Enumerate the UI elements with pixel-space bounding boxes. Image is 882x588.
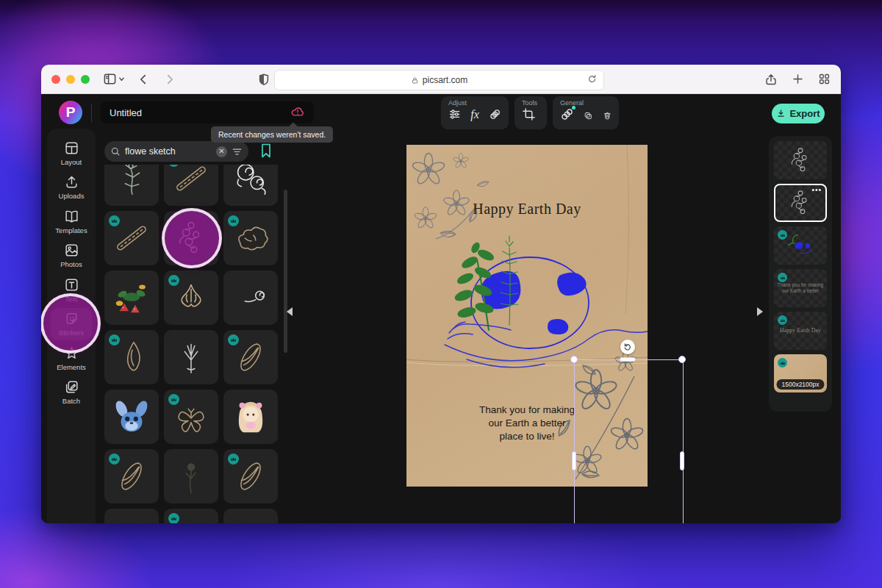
sticker-tile-fluff-20[interactable]: [223, 509, 278, 523]
browser-window: picsart.com P Untitled: [41, 65, 841, 523]
privacy-shield-icon[interactable]: [257, 73, 270, 86]
share-icon[interactable]: [764, 73, 778, 86]
opacity-icon[interactable]: [560, 107, 574, 124]
selection-handle-top-right[interactable]: [678, 356, 686, 363]
premium-crown-badge: [168, 394, 179, 405]
delete-icon[interactable]: [603, 109, 612, 123]
poster-title[interactable]: Happy Earth Day: [406, 201, 648, 218]
selection-handle-right[interactable]: [680, 451, 684, 470]
premium-crown-badge: [109, 215, 120, 226]
blend-icon[interactable]: [489, 107, 501, 121]
chevron-down-icon[interactable]: [118, 76, 125, 82]
sticker-search-bar[interactable]: flowe sketch ✕: [104, 141, 248, 162]
sidebar-item-label: Layout: [61, 158, 82, 166]
sidebar-toggle-icon[interactable]: [103, 72, 117, 86]
export-label: Export: [789, 108, 820, 119]
sticker-tile-berries-6[interactable]: [104, 270, 159, 325]
effects-icon[interactable]: fx: [470, 108, 479, 121]
picsart-logo[interactable]: P: [59, 101, 82, 124]
search-input[interactable]: flowe sketch: [125, 146, 176, 157]
layer-thumbnail-sketch-1[interactable]: •••: [774, 184, 827, 222]
sticker-tile-pod-11[interactable]: [223, 330, 278, 384]
document-title-field[interactable]: Untitled: [101, 101, 314, 123]
sticker-tile-drop-9[interactable]: [104, 330, 159, 384]
unsaved-changes-tooltip: Recent changes weren't saved.: [211, 126, 333, 143]
rotate-handle[interactable]: [620, 340, 635, 354]
sidebar-item-uploads[interactable]: Uploads: [47, 171, 96, 205]
sidebar-item-batch[interactable]: Batch: [47, 376, 96, 410]
duplicate-icon[interactable]: [584, 109, 593, 123]
bookmark-icon[interactable]: [259, 143, 273, 162]
sidebar-item-label: Batch: [62, 397, 80, 405]
text-icon: [64, 277, 79, 293]
layer-thumbnail-sketch-0[interactable]: [774, 141, 827, 179]
zoom-window-button[interactable]: [81, 75, 90, 84]
sticker-tile-stick-1[interactable]: [164, 165, 218, 206]
export-button[interactable]: Export: [772, 104, 825, 123]
layer-thumbnail-text2-3[interactable]: Thank you for makingour Earth a better: [774, 269, 827, 307]
sidebar-item-layout[interactable]: Layout: [47, 136, 96, 171]
sticker-tile-dandelion-16[interactable]: [164, 449, 218, 503]
tooltip-text: Recent changes weren't saved.: [218, 130, 326, 139]
sidebar-item-label: Elements: [57, 363, 86, 371]
selection-box[interactable]: [574, 359, 684, 523]
layer-text-preview: Thank you for makingour Earth a better: [778, 282, 824, 295]
layer-menu-button[interactable]: •••: [811, 186, 822, 194]
sticker-tile-stick-3[interactable]: [104, 211, 159, 265]
close-window-button[interactable]: [51, 75, 60, 84]
selection-handle-top-left[interactable]: [570, 356, 578, 363]
address-bar[interactable]: picsart.com: [274, 70, 604, 90]
adjust-sliders-icon[interactable]: [448, 107, 461, 121]
selection-handle-left[interactable]: [572, 451, 576, 470]
sticker-tile-branch-0[interactable]: [104, 165, 159, 206]
crop-icon[interactable]: [522, 107, 536, 121]
traffic-lights: [51, 75, 90, 84]
sticker-tile-rosesmall-8[interactable]: [223, 270, 278, 325]
sticker-tile-butterfly-13[interactable]: [164, 390, 218, 444]
sticker-image: [110, 514, 153, 523]
new-tab-icon[interactable]: [792, 73, 804, 85]
tab-overview-icon[interactable]: [818, 73, 831, 85]
sticker-tile-bouquet-10[interactable]: [164, 330, 218, 384]
sidebar-item-label: Templates: [55, 226, 87, 234]
canvas-size-badge: 1500x2100px: [776, 379, 824, 390]
refresh-icon[interactable]: [587, 74, 598, 87]
sticker-tile-garlic-7[interactable]: [164, 270, 218, 325]
sticker-tile-stitch-12[interactable]: [104, 390, 159, 444]
annotation-circle-stickers-nav: [41, 293, 101, 354]
collapse-panel-left-icon[interactable]: [287, 307, 293, 316]
collapse-panel-right-icon[interactable]: [757, 307, 763, 316]
filter-icon[interactable]: [232, 146, 243, 157]
sticker-image: [110, 276, 153, 319]
sticker-tile-sprout-19[interactable]: [164, 509, 218, 523]
image-icon: [64, 243, 79, 258]
minimize-window-button[interactable]: [66, 75, 75, 84]
sticker-tile-pod-15[interactable]: [104, 449, 159, 503]
general-label: General: [560, 99, 612, 107]
forward-button[interactable]: [163, 73, 176, 86]
layer-thumbnail-paper-5[interactable]: 1500x2100px: [774, 354, 827, 392]
layer-thumbnail-earth-2[interactable]: [774, 226, 827, 265]
sticker-tile-girl-14[interactable]: [223, 390, 278, 444]
cloud-alert-icon[interactable]: [290, 105, 305, 120]
layout-icon: [64, 140, 79, 156]
sticker-tile-pod-17[interactable]: [223, 449, 278, 503]
clear-search-button[interactable]: ✕: [216, 146, 227, 157]
sticker-tile-leaves-18[interactable]: [104, 509, 159, 523]
selection-handle-top-center[interactable]: [620, 357, 636, 362]
scrollbar[interactable]: [284, 190, 287, 353]
sticker-tile-roses-2[interactable]: [223, 165, 278, 206]
sticker-image: [170, 336, 212, 379]
layers-panel: •••Thank you for makingour Earth a bette…: [769, 136, 832, 412]
premium-crown-badge: [228, 215, 239, 226]
sidebar-item-label: Uploads: [59, 192, 85, 200]
picsart-editor: P Untitled Recent changes weren't saved.…: [41, 94, 841, 523]
back-button[interactable]: [137, 73, 150, 86]
layer-thumbnail-text1-4[interactable]: Happy Earth Day: [774, 312, 827, 350]
sticker-image: [170, 455, 212, 498]
premium-crown-badge: [778, 315, 787, 325]
sticker-tile-ginger-5[interactable]: [223, 211, 278, 265]
premium-crown-badge: [778, 230, 787, 240]
sidebar-item-photos[interactable]: Photos: [47, 239, 96, 273]
sidebar-item-templates[interactable]: Templates: [47, 204, 96, 239]
